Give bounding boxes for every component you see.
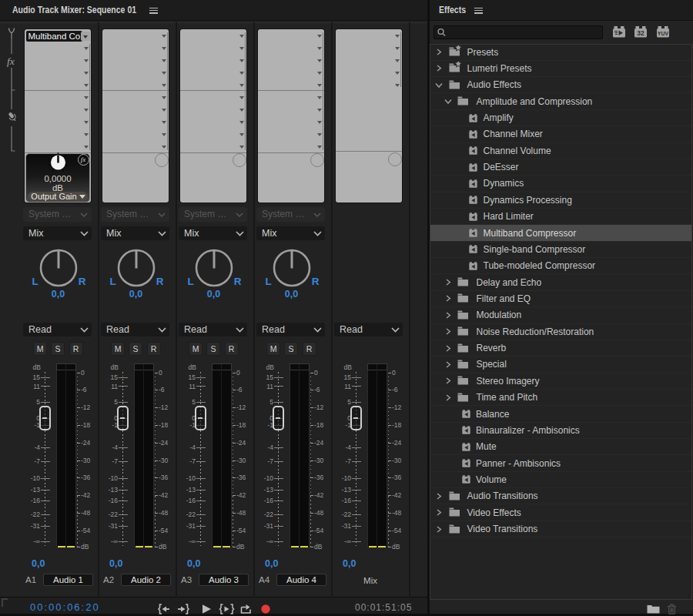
svg-text:YUV: YUV — [658, 31, 669, 36]
svg-text:32: 32 — [637, 29, 644, 37]
svg-text:fx: fx — [7, 55, 15, 67]
